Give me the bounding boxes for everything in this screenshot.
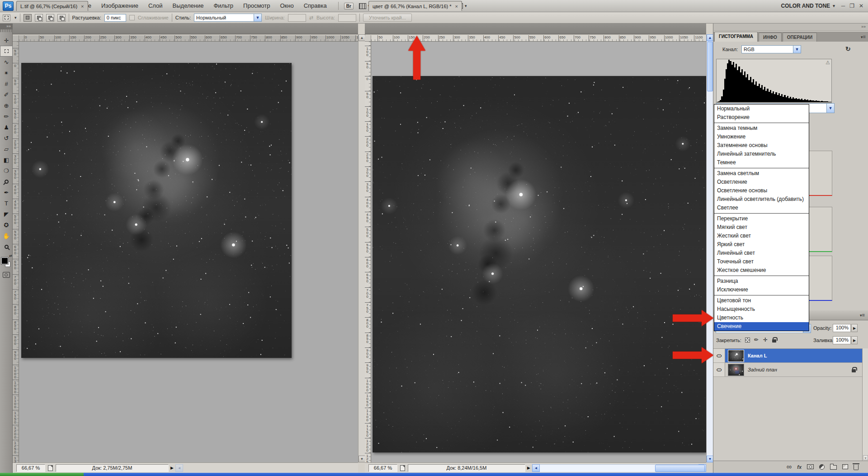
type-tool[interactable]: T xyxy=(0,198,13,209)
left-document-tab[interactable]: L.tif @ 66,7% (Серый/16) × xyxy=(16,1,88,11)
menubar-item[interactable]: Изображение xyxy=(96,0,143,12)
status-menu-icon[interactable]: ▶ xyxy=(527,466,530,470)
link-layers-icon[interactable]: ∞ xyxy=(787,463,792,471)
menubar-item[interactable]: Фильтр xyxy=(208,0,238,12)
blend-mode-option[interactable]: Умножение xyxy=(714,133,809,141)
layer-thumbnail[interactable] xyxy=(728,350,744,362)
blend-mode-option[interactable]: Замена светлым xyxy=(714,169,809,178)
blend-mode-option[interactable]: Замена темным xyxy=(714,124,809,133)
healing-brush-tool[interactable]: ⊕ xyxy=(0,100,13,111)
clone-stamp-tool[interactable]: ♟ xyxy=(0,122,13,133)
blend-mode-option[interactable]: Мягкий свет xyxy=(714,223,809,232)
eraser-tool[interactable]: ▱ xyxy=(0,143,13,154)
layers-scrollbar[interactable]: ▼ xyxy=(862,348,868,461)
antialias-checkbox[interactable] xyxy=(129,15,135,20)
delete-layer-icon[interactable] xyxy=(854,465,859,470)
gradient-tool[interactable]: ◧ xyxy=(0,154,13,165)
crop-tool[interactable]: # xyxy=(0,78,13,89)
blend-mode-option[interactable]: Темнее xyxy=(714,158,809,167)
close-tab-icon[interactable]: × xyxy=(81,4,84,9)
move-tool[interactable]: ✛ xyxy=(0,35,13,46)
blend-mode-option[interactable]: Цветовой тон xyxy=(714,296,809,305)
selection-mode-intersect-button[interactable] xyxy=(57,14,66,22)
blend-mode-option[interactable]: Осветление xyxy=(714,178,809,186)
layer-visibility-cell[interactable]: ⊙ xyxy=(713,363,725,376)
tools-collapse-button[interactable]: »» xyxy=(0,24,12,29)
close-tab-icon[interactable]: × xyxy=(455,4,458,9)
cached-data-warning-icon[interactable]: ⚠ xyxy=(826,60,830,66)
scrollbar-thumb[interactable] xyxy=(707,42,713,91)
brush-tool[interactable]: ✏ xyxy=(0,111,13,122)
layer-row[interactable]: ⊙Задний план xyxy=(713,363,862,377)
path-selection-tool[interactable]: ◤ xyxy=(0,209,13,219)
right-document-tab[interactable]: цвет @ 66,7% (Канал L, RGB/16) * × xyxy=(368,1,462,11)
panel-menu-icon[interactable]: ▾≡ xyxy=(859,312,865,318)
lock-pixels-icon[interactable]: ✏ xyxy=(754,337,759,343)
refresh-histogram-icon[interactable]: ↻ xyxy=(845,45,851,52)
adjustment-layer-icon[interactable] xyxy=(819,464,825,470)
blend-mode-option[interactable]: Свечение xyxy=(714,322,809,331)
lock-transparency-icon[interactable] xyxy=(745,338,750,343)
selection-mode-new-button[interactable] xyxy=(24,14,32,22)
scroll-left-icon[interactable]: ◄ xyxy=(532,464,540,472)
rectangular-marquee-tool[interactable] xyxy=(0,46,13,57)
opacity-value[interactable]: 100% xyxy=(833,324,851,332)
panel-menu-icon[interactable]: ▾≡ xyxy=(860,34,866,39)
feather-input[interactable]: 0 пикс xyxy=(104,14,126,22)
left-astro-image-canvas[interactable] xyxy=(21,63,292,358)
new-layer-icon[interactable] xyxy=(842,464,848,469)
zoom-percent-field[interactable]: 66,67 % xyxy=(16,464,45,472)
blend-mode-option[interactable]: Цветность xyxy=(714,314,809,322)
pen-tool[interactable]: ✒ xyxy=(0,187,13,198)
add-layer-mask-icon[interactable] xyxy=(807,464,814,469)
quick-mask-button[interactable] xyxy=(3,272,10,278)
scroll-down-icon[interactable]: ▼ xyxy=(707,456,713,462)
layer-thumbnail[interactable] xyxy=(728,364,744,376)
history-brush-tool[interactable]: ↺ xyxy=(0,133,13,143)
menubar-item[interactable]: Просмотр xyxy=(238,0,275,12)
blend-mode-option[interactable]: Осветление основы xyxy=(714,186,809,195)
blend-mode-option[interactable]: Линейный свет xyxy=(714,249,809,257)
blend-mode-option[interactable]: Растворение xyxy=(714,113,809,122)
zoom-percent-field[interactable]: 66,67 % xyxy=(368,464,397,472)
blend-mode-option[interactable]: Жесткий свет xyxy=(714,232,809,240)
left-vertical-scrollbar[interactable]: ▲ ▼ xyxy=(358,34,365,462)
scroll-down-icon[interactable]: ▼ xyxy=(359,456,365,462)
blend-mode-option[interactable]: Яркий свет xyxy=(714,240,809,249)
layer-visibility-cell[interactable]: ⊙ xyxy=(713,349,725,362)
close-button[interactable]: ✕ xyxy=(859,3,863,9)
lasso-tool[interactable]: ∿ xyxy=(0,57,13,67)
menubar-item[interactable]: Выделение xyxy=(168,0,209,12)
layer-style-icon[interactable]: fx xyxy=(797,464,802,470)
minimize-button[interactable]: ─ xyxy=(841,3,845,9)
new-group-icon[interactable] xyxy=(830,465,837,470)
panel-tab-инфо[interactable]: ИНФО xyxy=(759,33,782,42)
layer-row[interactable]: ⊙Канал L xyxy=(713,349,862,363)
blend-mode-option[interactable]: Точечный свет xyxy=(714,257,809,266)
blend-mode-option[interactable]: Линейный затемнитель xyxy=(714,150,809,158)
scroll-up-icon[interactable]: ▲ xyxy=(359,34,365,41)
blend-mode-option[interactable]: Исключение xyxy=(714,286,809,294)
blend-mode-option[interactable]: Насыщенность xyxy=(714,305,809,314)
opacity-slider-button[interactable]: ▶ xyxy=(851,324,858,332)
tools-grip[interactable] xyxy=(0,29,12,32)
workspace-switcher[interactable]: COLOR AND TONE ▾ xyxy=(781,3,841,9)
selection-mode-subtract-button[interactable] xyxy=(46,14,54,22)
current-tool-icon[interactable] xyxy=(3,14,10,21)
blend-mode-option[interactable]: Затемнение основы xyxy=(714,141,809,150)
blend-mode-option[interactable]: Линейный осветлитель (добавить) xyxy=(714,195,809,204)
panel-tab-гистограмма[interactable]: ГИСТОГРАММА xyxy=(714,32,758,42)
blend-mode-option[interactable]: Разница xyxy=(714,277,809,286)
eyedropper-tool[interactable]: ✐ xyxy=(0,89,13,100)
right-astro-image-canvas[interactable] xyxy=(373,76,706,452)
launch-bridge-button[interactable]: Br xyxy=(344,3,354,10)
menubar-item[interactable]: Справка xyxy=(299,0,332,12)
blend-mode-option[interactable]: Нормальный xyxy=(714,105,809,113)
dodge-tool[interactable] xyxy=(0,176,13,187)
menubar-item[interactable]: Окно xyxy=(275,0,298,12)
foreground-color-swatch[interactable] xyxy=(1,257,8,264)
fill-value[interactable]: 100% xyxy=(833,336,851,344)
hand-tool[interactable]: ✋ xyxy=(0,230,13,241)
fill-slider-button[interactable]: ▶ xyxy=(851,336,858,344)
scroll-up-icon[interactable]: ▲ xyxy=(707,34,713,41)
